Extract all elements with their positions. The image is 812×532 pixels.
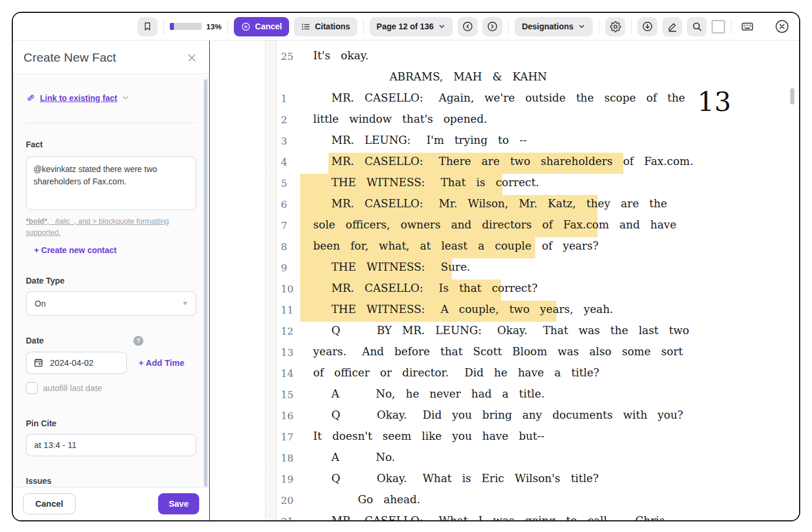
transcript-line-text[interactable]: It doesn't seem like you have but-- xyxy=(313,430,545,442)
transcript-pane: 25It's okay.ABRAMS, MAH & KAHN1MR. CASEL… xyxy=(210,41,799,520)
page-select-label: Page 12 of 136 xyxy=(377,22,434,31)
arrow-right-circle-icon xyxy=(486,21,498,32)
bookmark-button[interactable] xyxy=(137,17,157,36)
close-viewer-button[interactable] xyxy=(773,18,791,35)
transcript-line: 7sole officers, owners and directors of … xyxy=(210,216,799,237)
designations-label: Designations xyxy=(522,22,573,31)
download-button[interactable] xyxy=(637,17,657,36)
transcript-line-text[interactable]: THE WITNESS: A couple, two years, yeah. xyxy=(331,303,613,315)
toolbar-divider xyxy=(508,19,509,34)
transcript-line: 16Q Okay. Did you bring any documents wi… xyxy=(210,406,799,427)
section-divider xyxy=(26,123,196,123)
transcript-line-text[interactable]: THE WITNESS: That is correct. xyxy=(331,176,539,188)
transcript-line-text[interactable]: It's okay. xyxy=(313,49,368,62)
transcript-line-text[interactable]: MR. LEUNG: I'm trying to -- xyxy=(331,134,526,146)
transcript-line-text[interactable]: ABRAMS, MAH & KAHN xyxy=(313,70,623,83)
highlighter-button[interactable] xyxy=(662,17,682,36)
transcript-line-number: 5 xyxy=(281,177,287,189)
cancel-label: Cancel xyxy=(255,22,282,31)
next-page-button[interactable] xyxy=(482,17,502,36)
select-caret-icon xyxy=(183,302,187,305)
transcript-line: 12Q BY MR. LEUNG: Okay. That was the las… xyxy=(210,322,799,343)
transcript-line: 4MR. CASELLO: There are two shareholders… xyxy=(210,153,799,174)
toolbar-divider xyxy=(227,19,228,34)
panel-save-button[interactable]: Save xyxy=(158,493,199,514)
autofill-label: autofill last date xyxy=(43,383,102,393)
page-select-dropdown[interactable]: Page 12 of 136 xyxy=(370,17,453,36)
transcript-line-number: 11 xyxy=(281,304,294,316)
toolbar-divider xyxy=(731,19,732,34)
transcript-line-text[interactable]: MR. CASELLO: What I was going to call --… xyxy=(331,514,665,520)
date-row: + Add Time xyxy=(26,352,196,374)
progress-fill xyxy=(170,23,174,30)
panel-header: Create New Fact xyxy=(13,41,209,74)
transcript-line-text[interactable]: THE WITNESS: Sure. xyxy=(331,261,470,273)
date-value-input[interactable] xyxy=(49,358,110,368)
date-type-select[interactable]: On xyxy=(26,291,196,316)
panel-footer: Cancel Save xyxy=(13,487,209,520)
pin-cite-input[interactable] xyxy=(26,434,196,456)
cancel-designation-button[interactable]: Cancel xyxy=(234,17,289,36)
transcript-line-number: 18 xyxy=(281,452,294,464)
settings-button[interactable] xyxy=(605,17,625,36)
review-progress: 13% xyxy=(170,22,222,31)
transcript-line-number: 9 xyxy=(281,262,287,274)
transcript-line-text[interactable]: been for, what, at least a couple of yea… xyxy=(313,240,599,252)
keyboard-shortcuts-button[interactable] xyxy=(737,17,757,36)
transcript-line-text[interactable]: Q BY MR. LEUNG: Okay. That was the last … xyxy=(331,324,689,336)
transcript-line-text[interactable]: MR. CASELLO: There are two shareholders … xyxy=(331,155,693,167)
close-x-icon xyxy=(186,52,197,63)
transcript-line-text[interactable]: sole officers, owners and directors of F… xyxy=(313,218,676,231)
app-window: 13% Cancel Citations Page 12 of 136 Desi… xyxy=(12,12,800,521)
transcript-line: 13years. And before that Scott Bloom was… xyxy=(210,343,799,364)
transcript-line: 14of officer or director. Did he have a … xyxy=(210,364,799,385)
toolbar-divider xyxy=(363,19,364,34)
transcript-line-number: 20 xyxy=(281,494,294,506)
link-existing-fact-link[interactable]: Link to existing fact xyxy=(40,93,117,103)
transcript-line-text[interactable]: Go ahead. xyxy=(358,493,420,506)
link-existing-row[interactable]: Link to existing fact xyxy=(26,93,196,103)
transcript-line: 17It doesn't seem like you have but-- xyxy=(210,427,799,449)
transcript-line-text[interactable]: MR. CASELLO: Again, we're outside the sc… xyxy=(331,92,685,104)
highlight-color-swatch[interactable] xyxy=(712,20,725,33)
chevron-down-icon[interactable] xyxy=(121,93,130,102)
transcript-line-text[interactable]: little window that's opened. xyxy=(313,113,487,125)
create-new-contact-link[interactable]: + Create new contact xyxy=(34,245,196,255)
transcript-line: 3MR. LEUNG: I'm trying to -- xyxy=(210,132,799,153)
close-panel-button[interactable] xyxy=(185,51,199,65)
issues-label: Issues xyxy=(26,476,196,486)
transcript-scrollbar-thumb[interactable] xyxy=(790,88,794,105)
previous-page-button[interactable] xyxy=(458,17,478,36)
toolbar-divider xyxy=(163,19,164,34)
date-input[interactable] xyxy=(26,352,127,374)
pin-cite-label: Pin Cite xyxy=(26,419,196,428)
panel-cancel-button[interactable]: Cancel xyxy=(23,493,76,514)
hint-bold: *bold* xyxy=(26,217,47,225)
transcript-line-number: 10 xyxy=(281,283,294,295)
transcript-line-text[interactable]: Q Okay. What is Eric Wilson's title? xyxy=(331,472,599,484)
panel-body: Link to existing fact Fact @kevinkatz st… xyxy=(13,74,209,487)
transcript-line-text[interactable]: MR. CASELLO: Is that correct? xyxy=(331,282,538,294)
citations-button[interactable]: Citations xyxy=(294,17,357,36)
transcript-line-text[interactable]: Q Okay. Did you bring any documents with… xyxy=(331,409,683,421)
transcript-line-number: 12 xyxy=(281,325,294,337)
transcript-line-text[interactable]: A No, he never had a title. xyxy=(331,388,545,400)
arrow-left-circle-icon xyxy=(462,21,474,32)
fact-textarea[interactable]: @kevinkatz stated there were two shareho… xyxy=(26,156,196,210)
help-icon[interactable]: ? xyxy=(133,336,143,346)
transcript-line-text[interactable]: A No. xyxy=(331,451,395,463)
panel-scrollbar-thumb[interactable] xyxy=(204,79,207,487)
transcript-line-text[interactable]: of officer or director. Did he have a ti… xyxy=(313,366,599,379)
download-circle-icon xyxy=(642,21,653,32)
transcript-line: 10MR. CASELLO: Is that correct? xyxy=(210,280,799,301)
autofill-checkbox[interactable] xyxy=(26,382,38,394)
transcript-line-number: 21 xyxy=(281,516,294,520)
search-button[interactable] xyxy=(687,17,707,36)
transcript-line: 15A No, he never had a title. xyxy=(210,385,799,406)
designations-dropdown[interactable]: Designations xyxy=(515,17,593,36)
hint-italic: _italic_ xyxy=(51,217,74,225)
add-time-link[interactable]: + Add Time xyxy=(139,358,184,368)
transcript-line-text[interactable]: years. And before that Scott Bloom was a… xyxy=(313,345,683,358)
x-circle-icon xyxy=(241,22,251,32)
transcript-line-text[interactable]: MR. CASELLO: Mr. Wilson, Mr. Katz, they … xyxy=(331,197,667,210)
